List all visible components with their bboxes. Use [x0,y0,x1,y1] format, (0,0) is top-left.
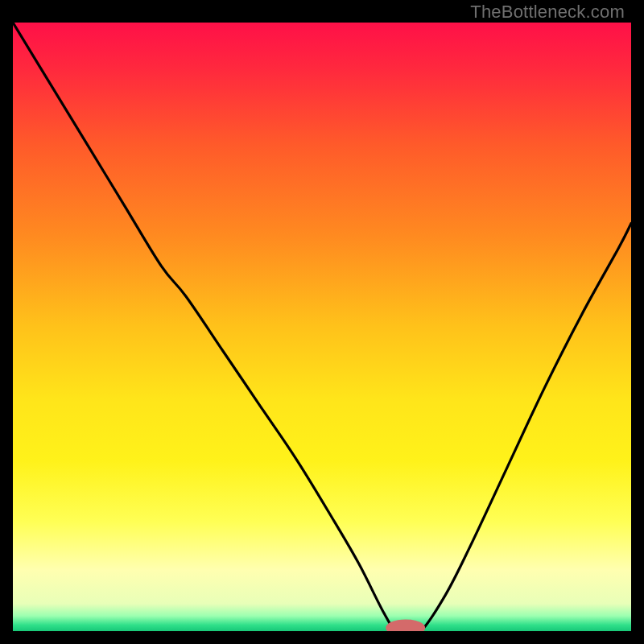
gradient-background [13,23,631,631]
chart-frame: TheBottleneck.com [0,0,644,644]
bottleneck-chart [13,23,631,631]
watermark-text: TheBottleneck.com [470,2,625,23]
plot-area [13,23,631,631]
